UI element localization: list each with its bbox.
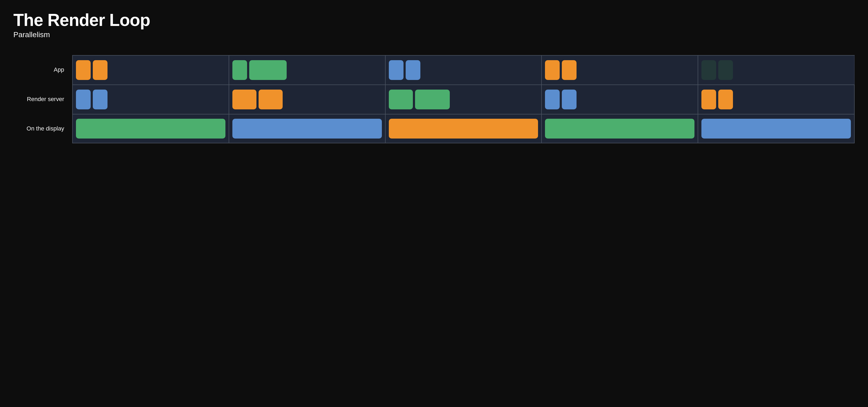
page-header: The Render Loop Parallelism xyxy=(13,11,855,39)
page-title: The Render Loop xyxy=(13,11,855,29)
app-seg3-block1 xyxy=(389,60,404,80)
display-seg3-block1 xyxy=(389,119,538,138)
app-seg-5 xyxy=(698,56,855,85)
app-seg1-block1 xyxy=(76,60,91,80)
render-seg-3 xyxy=(385,85,542,114)
page-subtitle: Parallelism xyxy=(13,30,855,39)
render-seg5-block1 xyxy=(702,90,716,109)
display-seg1-block1 xyxy=(76,119,225,138)
app-seg3-block2 xyxy=(406,60,421,80)
display-seg-4 xyxy=(542,115,698,143)
display-seg-5 xyxy=(698,115,855,143)
render-seg3-block1 xyxy=(389,90,413,109)
app-seg2-block2 xyxy=(249,60,287,80)
app-track xyxy=(72,55,855,85)
app-segments xyxy=(72,56,855,85)
render-seg5-block2 xyxy=(718,90,733,109)
display-seg5-block1 xyxy=(702,119,851,138)
render-seg3-block2 xyxy=(415,90,450,109)
app-label: App xyxy=(54,66,64,73)
render-server-row: Render server xyxy=(13,85,855,114)
app-seg-1 xyxy=(72,56,229,85)
display-seg-2 xyxy=(229,115,385,143)
app-seg-4 xyxy=(542,56,698,85)
app-label-col: App xyxy=(13,55,72,85)
display-seg2-block1 xyxy=(232,119,382,138)
display-label: On the display xyxy=(27,125,64,132)
app-seg-2 xyxy=(229,56,385,85)
render-seg4-block2 xyxy=(562,90,577,109)
app-seg4-block1 xyxy=(545,60,560,80)
diagram: App xyxy=(13,55,855,143)
render-seg-4 xyxy=(542,85,698,114)
display-segments xyxy=(72,115,855,143)
app-seg2-block1 xyxy=(232,60,247,80)
app-seg1-block2 xyxy=(93,60,107,80)
render-track xyxy=(72,85,855,114)
display-row: On the display xyxy=(13,114,855,143)
render-seg-1 xyxy=(72,85,229,114)
app-row: App xyxy=(13,55,855,85)
render-seg2-block2 xyxy=(258,90,283,109)
display-track xyxy=(72,114,855,143)
render-seg4-block1 xyxy=(545,90,560,109)
render-label: Render server xyxy=(27,96,64,103)
display-seg-1 xyxy=(72,115,229,143)
render-seg-5 xyxy=(698,85,855,114)
app-seg5-block1 xyxy=(702,60,716,80)
render-label-col: Render server xyxy=(13,85,72,114)
render-seg1-block2 xyxy=(93,90,107,109)
display-label-col: On the display xyxy=(13,114,72,143)
app-seg4-block2 xyxy=(562,60,577,80)
display-seg4-block1 xyxy=(545,119,694,138)
app-seg-3 xyxy=(385,56,542,85)
render-seg1-block1 xyxy=(76,90,91,109)
display-seg-3 xyxy=(385,115,542,143)
render-seg-2 xyxy=(229,85,385,114)
app-seg5-block2 xyxy=(718,60,733,80)
render-seg2-block1 xyxy=(232,90,256,109)
render-segments xyxy=(72,85,855,114)
